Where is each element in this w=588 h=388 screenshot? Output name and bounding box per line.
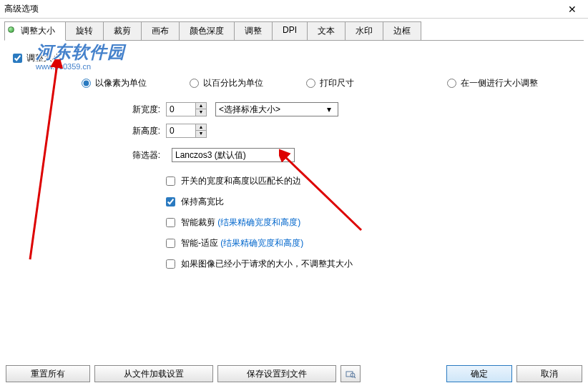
width-spin-down[interactable]: ▼ xyxy=(196,109,206,116)
chevron-down-icon: ▾ xyxy=(280,150,291,160)
ok-button[interactable]: 确定 xyxy=(446,365,512,382)
unit-pixel[interactable]: 以像素为单位 xyxy=(82,77,147,89)
load-settings-button[interactable]: 从文件加载设置 xyxy=(94,365,213,382)
tab-dpi[interactable]: DPI xyxy=(272,21,308,40)
resize-enable-row: 调整大小 xyxy=(13,52,575,64)
svg-line-4 xyxy=(354,377,356,378)
resize-enable-checkbox[interactable] xyxy=(13,54,22,63)
tab-border[interactable]: 边框 xyxy=(383,21,421,40)
opt-skip-smaller: 如果图像已经小于请求的大小，不调整其大小 xyxy=(166,258,575,270)
unit-print-radio[interactable] xyxy=(306,79,315,88)
unit-pixel-radio[interactable] xyxy=(82,79,91,88)
tab-rotate[interactable]: 旋转 xyxy=(65,21,104,40)
height-spin-down[interactable]: ▼ xyxy=(196,131,206,137)
standard-size-dropdown[interactable]: <选择标准大小> ▾ xyxy=(215,102,338,116)
unit-print[interactable]: 打印尺寸 xyxy=(306,77,354,89)
footer: 重置所有 从文件加载设置 保存设置到文件 确定 取消 xyxy=(6,365,582,382)
cancel-button[interactable]: 取消 xyxy=(516,365,582,382)
width-spin-up[interactable]: ▲ xyxy=(196,103,206,109)
tab-color-depth[interactable]: 颜色深度 xyxy=(179,21,235,40)
unit-percent-radio[interactable] xyxy=(190,79,199,88)
opt-smart-fit-checkbox[interactable] xyxy=(166,239,175,248)
filter-row: 筛选器: Lanczos3 (默认值) ▾ xyxy=(120,148,575,162)
width-row: 新宽度: ▲ ▼ <选择标准大小> ▾ xyxy=(120,102,575,116)
opt-swap: 开关的宽度和高度以匹配长的边 xyxy=(166,175,575,187)
folder-search-icon xyxy=(346,369,356,379)
unit-oneside-radio[interactable] xyxy=(447,79,456,88)
annotation-arrow-left xyxy=(10,59,74,267)
resize-enable-label: 调整大小 xyxy=(26,52,61,64)
unit-oneside[interactable]: 在一侧进行大小调整 xyxy=(447,77,538,89)
tab-resize[interactable]: 调整大小 xyxy=(4,21,66,41)
save-settings-button[interactable]: 保存设置到文件 xyxy=(217,365,336,382)
opt-keep-ratio: 保持高宽比 xyxy=(166,196,575,208)
opt-smart-crop-checkbox[interactable] xyxy=(166,218,175,227)
tab-adjust[interactable]: 调整 xyxy=(234,21,273,40)
tab-text[interactable]: 文本 xyxy=(307,21,346,40)
tab-crop[interactable]: 裁剪 xyxy=(103,21,142,40)
content-panel: 河东软件园 www.pc0359.cn 调整大小 以像素为单位 以百分比为单位 … xyxy=(0,41,588,270)
tab-canvas[interactable]: 画布 xyxy=(141,21,180,40)
width-input[interactable] xyxy=(166,102,196,116)
height-spinner: ▲ ▼ xyxy=(166,124,207,138)
close-button[interactable]: ✕ xyxy=(561,2,584,16)
height-input[interactable] xyxy=(166,124,196,138)
opt-keep-ratio-checkbox[interactable] xyxy=(166,197,175,207)
height-label: 新高度: xyxy=(120,125,160,137)
unit-radio-row: 以像素为单位 以百分比为单位 打印尺寸 在一侧进行大小调整 xyxy=(82,77,575,89)
height-row: 新高度: ▲ ▼ xyxy=(120,124,575,138)
opt-swap-checkbox[interactable] xyxy=(166,176,175,186)
tab-bar: 调整大小 旋转 裁剪 画布 颜色深度 调整 DPI 文本 水印 边框 xyxy=(4,21,584,41)
height-spin-up[interactable]: ▲ xyxy=(196,124,206,131)
opt-smart-crop: 智能裁剪 (结果精确宽度和高度) xyxy=(166,217,575,229)
width-spinner: ▲ ▼ xyxy=(166,102,207,116)
reset-all-button[interactable]: 重置所有 xyxy=(6,365,90,382)
browse-button[interactable] xyxy=(340,365,361,382)
unit-percent[interactable]: 以百分比为单位 xyxy=(190,77,263,89)
titlebar: 高级选项 ✕ xyxy=(0,0,588,19)
tab-watermark[interactable]: 水印 xyxy=(345,21,383,40)
filter-label: 筛选器: xyxy=(120,149,160,161)
svg-line-0 xyxy=(30,64,57,259)
svg-rect-2 xyxy=(346,372,353,377)
opt-smart-fit: 智能-适应 (结果精确宽度和高度) xyxy=(166,237,575,249)
filter-dropdown[interactable]: Lanczos3 (默认值) ▾ xyxy=(172,148,295,162)
chevron-down-icon: ▾ xyxy=(323,104,335,114)
width-label: 新宽度: xyxy=(120,104,160,116)
window-title: 高级选项 xyxy=(4,3,561,15)
opt-skip-smaller-checkbox[interactable] xyxy=(166,259,175,269)
options-list: 开关的宽度和高度以匹配长的边 保持高宽比 智能裁剪 (结果精确宽度和高度) 智能… xyxy=(166,175,575,270)
